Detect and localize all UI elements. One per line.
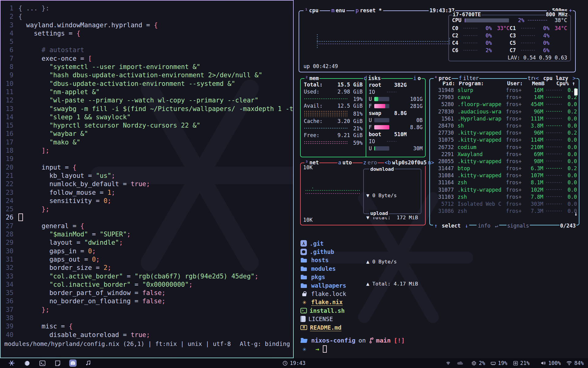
sort-prev-button[interactable]: < (535, 75, 539, 82)
process-row[interactable]: 5280 .floorp-wrappe fros+ 454M 0.0 (430, 101, 579, 108)
code-line[interactable]: 11 "nm-applet &" (1, 88, 293, 96)
terminal-icon[interactable] (39, 359, 46, 367)
code-line[interactable]: 18 ]; (1, 147, 293, 155)
code-line[interactable]: 31 gaps_out = 0; (1, 255, 293, 264)
nix-menu-button[interactable] (8, 359, 15, 367)
code-line[interactable]: 24 sensitivity = 0; (1, 197, 293, 205)
code-line[interactable]: 15 "hyprctl setcursor Nordzy-cursors 22 … (1, 121, 293, 130)
code-line[interactable]: 28 "$mainMod" = "SUPER"; (1, 230, 293, 239)
code-line[interactable]: 6 # autostart (1, 46, 293, 54)
code-line[interactable]: 3 wayland.windowManager.hyprland = { (1, 21, 293, 29)
discord-icon[interactable] (69, 359, 77, 367)
code-line[interactable]: 8 "systemctl --user import-environment &… (1, 63, 293, 71)
code-line[interactable]: 25 }; (1, 205, 293, 213)
proc-tab[interactable]: ⁴proc (434, 75, 452, 82)
proc-sort-control[interactable]: < cpu lazy > (535, 75, 576, 82)
process-row[interactable]: 31103 zsh fros+ 7.8M 0.0 (430, 194, 579, 201)
tray-cloud-icon[interactable] (457, 359, 464, 367)
code-line[interactable]: 17 "mako &" (1, 138, 293, 147)
code-line[interactable]: 26 (1, 213, 293, 222)
code-line[interactable]: 34 "col.inactive_border" = "0x00000000"; (1, 281, 293, 289)
code-line[interactable]: 16 "waybar &" (1, 130, 293, 138)
code-line[interactable]: 37 }; (1, 306, 293, 314)
process-cpu-graph (543, 165, 562, 172)
code-line[interactable]: 35 border_part_of_window = false; (1, 289, 293, 297)
net-device[interactable]: <bwlp0s20f0u5n> (384, 159, 435, 166)
process-row[interactable]: 31086 zsh fros+ 7.3M 0.0 (430, 208, 579, 215)
process-row[interactable]: 5712 Isolated Web C fros+ 303M 0.0 (430, 201, 579, 208)
code-line[interactable]: 29 layout = "dwindle"; (1, 239, 293, 247)
code-line[interactable]: 19 (1, 155, 293, 163)
code-line[interactable]: 20 input = { (1, 163, 293, 172)
editor[interactable]: 1 { ... }: 2 { 3 wayland.windowManager.h… (1, 1, 293, 358)
proc-filter-tab[interactable]: filter (458, 75, 479, 82)
process-row[interactable]: 27903 cava fros+ 14M 0.2 (430, 94, 579, 101)
rate-plus-button[interactable]: + (568, 7, 573, 14)
code-line[interactable]: 38 (1, 314, 293, 322)
scroll-down-icon[interactable]: ↓ (574, 210, 578, 217)
process-row[interactable]: 2291 Xwayland fros+ 69M 0.0 (430, 151, 579, 158)
process-row[interactable]: 28055 .kitty-wrapped fros+ 98M 0.0 (430, 158, 579, 165)
proc-scrollbar[interactable] (574, 89, 578, 95)
tray-network-icon[interactable] (444, 359, 452, 367)
code-token: ; (111, 189, 115, 196)
code-line[interactable]: 7 exec-once = [ (1, 55, 293, 63)
code-line[interactable]: 32 border_size = 2; (1, 264, 293, 272)
code-line[interactable]: 14 "sleep 1 && swaylock" (1, 113, 293, 121)
wifi-stat[interactable]: 84% (566, 360, 584, 366)
info-control[interactable]: info ↵ (477, 223, 499, 229)
volume-stat[interactable]: 100% (541, 360, 561, 366)
code-line[interactable]: 30 gaps_in = 0; (1, 247, 293, 255)
code-line[interactable]: 13 "swaybg -m fill -i $(find ~/Pictures/… (1, 105, 293, 113)
code-token: misc = (18, 323, 69, 330)
code-line[interactable]: 33 "col.active_border" = "rgb(cba6f7) rg… (1, 272, 293, 281)
prompt-input-line[interactable]: → (300, 345, 405, 353)
process-row[interactable]: 31084 .kitty-wrapped fros+ 107M 0.0 (430, 172, 579, 179)
process-name: cava (454, 94, 506, 101)
process-row[interactable]: 28470 sh fros+ 3.8M 0.0 (430, 122, 579, 129)
code-line[interactable]: 39 misc = { (1, 322, 293, 331)
code-line[interactable]: 10 "dbus-update-activation-environment -… (1, 80, 293, 88)
process-row[interactable]: 31948 slurp fros+ 16M 0.0 (430, 87, 579, 94)
process-row[interactable]: 31164 zsh fros+ 8.1M 0.0 (430, 179, 579, 186)
cpu-tab[interactable]: ¹cpu (303, 7, 320, 14)
code-line[interactable]: 5 (1, 38, 293, 46)
process-name: .kitty-wrapped (454, 158, 506, 165)
process-row[interactable]: 31077 .kitty-wrapped fros+ 102M 0.0 (430, 186, 579, 194)
process-cpu: 0.0 (562, 122, 579, 129)
core-meter (521, 35, 535, 37)
user-header[interactable]: User: (507, 79, 527, 87)
select-control[interactable]: ↑ select ↓ (433, 223, 469, 229)
code-line[interactable]: 4 settings = { (1, 29, 293, 38)
process-row[interactable]: 27830 .audacious-wra fros+ 96M 0.2 (430, 108, 579, 115)
code-token: = (123, 273, 134, 280)
code-line[interactable]: 23 follow_mouse = 1; (1, 189, 293, 197)
code-line[interactable]: 22 numlock_by_default = true; (1, 180, 293, 188)
code-line[interactable]: 27 general = { (1, 222, 293, 230)
browser-icon[interactable] (23, 359, 31, 367)
process-row[interactable]: 26732 codium fros+ 210M 0.0 (430, 144, 579, 151)
net-zero-tab[interactable]: zero (363, 159, 378, 166)
code-line[interactable]: 40 disable_autoreload = true; (1, 331, 293, 339)
line-number: 30 (1, 247, 13, 255)
net-auto-tab[interactable]: auto (337, 159, 352, 166)
process-row[interactable]: 31447 btop fros+ 6.3M 0.2 (430, 165, 579, 172)
taskbar-clock[interactable]: 19:43 (282, 360, 305, 366)
code-line[interactable]: 21 kb_layout = "us"; (1, 172, 293, 180)
code-line[interactable]: 1 { ... }: (1, 4, 293, 13)
code-line[interactable]: 12 "wl-paste --primary --watch wl-copy -… (1, 96, 293, 105)
mem-avail-meter: 81% (304, 109, 363, 118)
code-line[interactable]: 9 "hash dbus-update-activation-environme… (1, 71, 293, 79)
process-row[interactable]: 1561 .Hyprland-wrap fros+ 111M 0.0 (430, 115, 579, 122)
music-icon[interactable] (85, 359, 92, 367)
menu-tab[interactable]: menu (330, 7, 346, 14)
signals-control[interactable]: signals (507, 223, 530, 229)
notes-icon[interactable] (54, 359, 61, 367)
code-token: no_border_on_floating = (18, 297, 142, 305)
process-row[interactable]: 31075 .kitty-wrapped fros+ 114M 0.0 (430, 136, 579, 144)
sort-next-button[interactable]: > (572, 75, 576, 82)
code-line[interactable]: 2 { (1, 13, 293, 21)
process-row[interactable]: 27730 .kitty-wrapped fros+ 96M 0.2 (430, 129, 579, 136)
code-line[interactable]: 36 no_border_on_floating = false; (1, 297, 293, 305)
preset-tab[interactable]: preset * (354, 7, 383, 14)
